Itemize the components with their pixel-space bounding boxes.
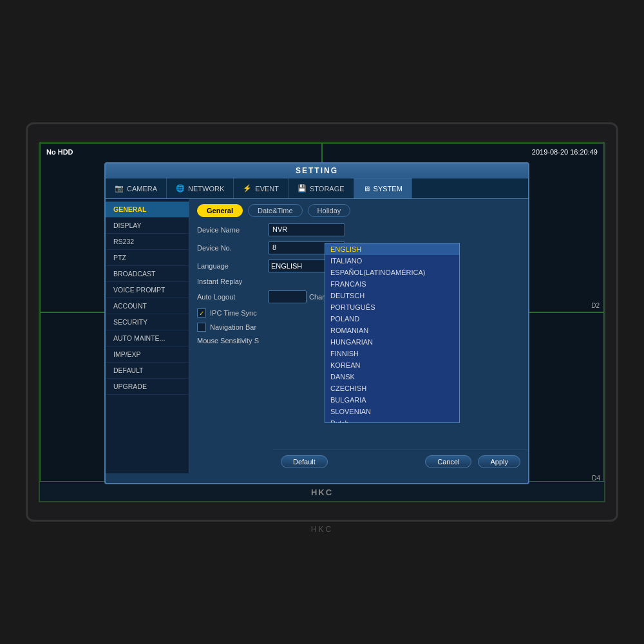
default-button[interactable]: Default: [281, 455, 328, 468]
auto-logout-input[interactable]: [268, 290, 307, 303]
dialog-body: GENERAL DISPLAY RS232 PTZ BROADCAST VOIC…: [106, 199, 528, 473]
sidebar-item-security[interactable]: SECURITY: [106, 314, 189, 330]
dropdown-item-8[interactable]: HUNGARIAN: [325, 336, 459, 348]
content-tab-holiday[interactable]: Holiday: [308, 204, 351, 217]
dialog-footer: Default Cancel Apply: [273, 450, 528, 473]
tab-camera[interactable]: 📷 CAMERA: [106, 178, 167, 198]
dropdown-item-11[interactable]: DANSK: [325, 371, 459, 383]
tab-network-label: NETWORK: [188, 185, 224, 193]
navigation-bar-label: Navigation Bar: [210, 323, 256, 331]
sidebar-item-default[interactable]: DEFAULT: [106, 363, 189, 379]
dropdown-item-10[interactable]: KOREAN: [325, 359, 459, 371]
sidebar-item-upgrade[interactable]: UPGRADE: [106, 379, 189, 395]
navigation-bar-checkbox[interactable]: [197, 323, 206, 332]
ipc-time-sync-label: IPC Time Sync: [210, 309, 257, 317]
apply-button[interactable]: Apply: [478, 455, 520, 468]
system-icon: 🖥: [363, 185, 370, 193]
tab-storage-label: STORAGE: [310, 185, 345, 193]
dropdown-item-0[interactable]: ENGLISH: [325, 243, 459, 255]
dropdown-item-9[interactable]: FINNISH: [325, 348, 459, 359]
tab-storage[interactable]: 💾 STORAGE: [289, 178, 354, 198]
dropdown-item-14[interactable]: SLOVENIAN: [325, 406, 459, 417]
tab-system[interactable]: 🖥 SYSTEM: [354, 178, 412, 198]
dropdown-item-6[interactable]: POLAND: [325, 313, 459, 325]
cam-d4-label: D4: [592, 475, 600, 482]
bottom-bar: HKC: [40, 483, 604, 501]
dropdown-item-15[interactable]: Dutch: [325, 417, 459, 423]
auto-logout-label: Auto Logout: [197, 293, 268, 301]
tv-screen: No HDD 2019-08-20 16:20:49 D2 D3 D4 HKC …: [39, 142, 605, 502]
dropdown-item-7[interactable]: ROMANIAN: [325, 325, 459, 336]
sidebar-item-ptz[interactable]: PTZ: [106, 250, 189, 266]
device-name-row: Device Name NVR: [197, 223, 520, 236]
dropdown-item-13[interactable]: BULGARIA: [325, 394, 459, 406]
sidebar-item-general[interactable]: GENERAL: [106, 202, 189, 218]
sidebar-item-voice-prompt[interactable]: VOICE PROMPT: [106, 282, 189, 298]
storage-icon: 💾: [298, 184, 307, 193]
language-dropdown[interactable]: ENGLISH ITALIANO ESPAÑOL(LATINOAMÉRICA) …: [325, 243, 460, 423]
tab-event-label: EVENT: [255, 185, 279, 193]
dropdown-item-5[interactable]: PORTUGUÊS: [325, 301, 459, 313]
content-tab-datetime[interactable]: Date&Time: [248, 204, 303, 217]
sidebar-item-broadcast[interactable]: BROADCAST: [106, 266, 189, 282]
setting-dialog: SETTING 📷 CAMERA 🌐 NETWORK ⚡ EVENT: [104, 162, 529, 484]
dropdown-item-4[interactable]: DEUTSCH: [325, 290, 459, 301]
dialog-tabs-bar: 📷 CAMERA 🌐 NETWORK ⚡ EVENT 💾 STORAGE: [106, 178, 528, 199]
language-label: Language: [197, 262, 268, 270]
device-no-label: Device No.: [197, 244, 268, 252]
dialog-title: SETTING: [106, 164, 528, 178]
sidebar-item-auto-mainte[interactable]: AUTO MAINTE...: [106, 330, 189, 346]
language-value: ENGLISH: [271, 262, 302, 270]
dropdown-item-2[interactable]: ESPAÑOL(LATINOAMÉRICA): [325, 267, 459, 278]
dropdown-item-3[interactable]: FRANCAIS: [325, 278, 459, 290]
tab-event[interactable]: ⚡ EVENT: [234, 178, 289, 198]
content-tab-general[interactable]: General: [197, 204, 243, 217]
network-icon: 🌐: [176, 184, 185, 193]
ipc-time-sync-checkbox[interactable]: ✓: [197, 308, 206, 317]
tv-brand-label: HKC: [311, 525, 333, 534]
cam-d2-label: D2: [591, 302, 600, 309]
sidebar-item-display[interactable]: DISPLAY: [106, 218, 189, 234]
tab-camera-label: CAMERA: [127, 185, 157, 193]
camera-icon: 📷: [115, 184, 124, 193]
cancel-button[interactable]: Cancel: [425, 455, 471, 468]
sidebar-item-imp-exp[interactable]: IMP/EXP: [106, 346, 189, 363]
dropdown-item-1[interactable]: ITALIANO: [325, 255, 459, 267]
sidebar-item-rs232[interactable]: RS232: [106, 234, 189, 250]
instant-replay-label: Instant Replay: [197, 278, 268, 285]
tv-monitor: No HDD 2019-08-20 16:20:49 D2 D3 D4 HKC …: [26, 122, 618, 522]
device-name-label: Device Name: [197, 226, 268, 234]
screen-content: No HDD 2019-08-20 16:20:49 D2 D3 D4 HKC …: [40, 143, 604, 501]
event-icon: ⚡: [243, 184, 252, 193]
tab-network[interactable]: 🌐 NETWORK: [167, 178, 234, 198]
content-tabs: General Date&Time Holiday: [197, 204, 520, 217]
settings-sidebar: GENERAL DISPLAY RS232 PTZ BROADCAST VOIC…: [106, 199, 189, 473]
mouse-sensitivity-label: Mouse Sensitivity S: [197, 337, 268, 345]
dropdown-item-12[interactable]: CZECHISH: [325, 383, 459, 394]
sidebar-item-account[interactable]: ACCOUNT: [106, 298, 189, 314]
brand-label: HKC: [311, 488, 333, 497]
tab-system-label: SYSTEM: [374, 185, 402, 193]
main-content: General Date&Time Holiday Device Name NV…: [189, 199, 528, 473]
device-name-input[interactable]: NVR: [268, 223, 345, 236]
